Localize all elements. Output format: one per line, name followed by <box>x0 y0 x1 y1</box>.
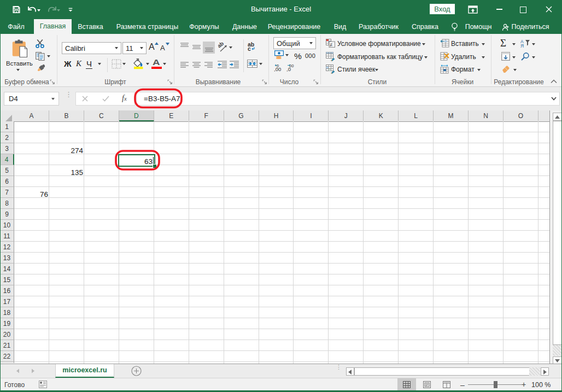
svg-text:Я: Я <box>520 43 524 48</box>
svg-text:0: 0 <box>277 63 279 68</box>
svg-text:≠: ≠ <box>330 42 332 48</box>
svg-text:c: c <box>248 45 251 51</box>
